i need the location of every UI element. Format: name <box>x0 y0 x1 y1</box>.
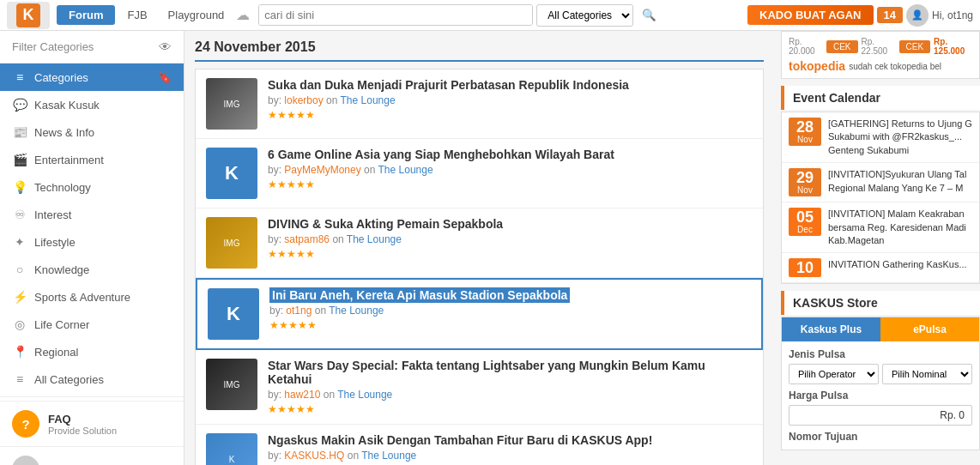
sidebar-item-life-corner[interactable]: ◎ Life Corner <box>0 311 184 338</box>
cek-button-2[interactable]: CEK <box>899 40 931 53</box>
post-title-link[interactable]: 6 Game Online Asia yang Siap Menghebohka… <box>268 148 614 161</box>
post-author[interactable]: haw210 <box>284 389 320 401</box>
post-meta: by: satpam86 on The Lounge <box>268 233 753 245</box>
post-forum[interactable]: The Lounge <box>378 164 433 176</box>
sidebar-item-label: Lifestyle <box>34 236 76 249</box>
sidebar-filter: Filter Categories 👁 <box>0 31 184 63</box>
sports-icon: ⚡ <box>12 290 27 304</box>
playground-link[interactable]: Playground <box>160 9 233 21</box>
cek-button-1[interactable]: CEK <box>826 40 858 53</box>
post-stars: ★★★★★ <box>268 109 753 121</box>
tab-kaskus-plus[interactable]: Kaskus Plus <box>782 317 880 341</box>
post-title-link[interactable]: Ini Baru Aneh, Kereta Api Masuk Stadion … <box>269 287 570 303</box>
post-list: IMG Suka dan Duka Menjadi Prajurit Perba… <box>195 69 764 465</box>
kado-banner[interactable]: KADO BUAT AGAN <box>747 5 873 25</box>
store-tabs: Kaskus Plus ePulsa <box>782 317 979 341</box>
post-author[interactable]: ot1ng <box>286 305 312 317</box>
post-title: DIVING & Suka Akting Pemain Sepakbola <box>268 217 753 231</box>
harga-value: Rp. 0 <box>789 405 972 426</box>
eye-icon: 👁 <box>159 39 172 54</box>
sidebar-item-kasak-kusuk[interactable]: 💬 Kasak Kusuk <box>0 91 184 118</box>
entertainment-icon: 🎬 <box>12 153 27 166</box>
bookmark-icon: 🔖 <box>158 71 172 84</box>
pilih-nominal-select[interactable]: Pilih Nominal <box>882 364 972 384</box>
faq-sub: Provide Solution <box>48 426 117 436</box>
tab-epulsa[interactable]: ePulsa <box>880 317 979 341</box>
post-thumbnail: K <box>208 288 259 340</box>
forum-button[interactable]: Forum <box>57 5 115 25</box>
logo-letter: K <box>16 3 40 27</box>
sidebar-item-lifestyle[interactable]: ✦ Lifestyle <box>0 228 184 256</box>
content-area: 24 November 2015 IMG Suka dan Duka Menja… <box>185 31 774 465</box>
fjb-link[interactable]: FJB <box>118 9 155 21</box>
help-icon: ? <box>12 456 39 465</box>
sidebar-item-entertainment[interactable]: 🎬 Entertainment <box>0 146 184 173</box>
knowledge-icon: ○ <box>12 263 27 276</box>
sidebar-item-label: Technology <box>34 181 91 194</box>
post-title-link[interactable]: DIVING & Suka Akting Pemain Sepakbola <box>268 217 503 231</box>
sidebar-item-categories[interactable]: ≡ Categories 🔖 <box>0 63 184 91</box>
news-icon: 📰 <box>12 125 27 139</box>
sidebar-help[interactable]: ? Help Center <box>0 446 184 465</box>
search-input[interactable] <box>259 5 532 25</box>
event-text: INVITATION Gathering KasKus... <box>828 258 967 271</box>
sidebar-item-all-categories[interactable]: ≡ All Categories <box>0 365 184 393</box>
sidebar-item-regional[interactable]: 📍 Regional <box>0 338 184 365</box>
search-box <box>258 4 533 26</box>
sidebar-item-label: Kasak Kusuk <box>34 99 100 112</box>
post-info: Ini Baru Aneh, Kereta Api Masuk Stadion … <box>269 288 751 331</box>
sidebar-item-label: Interest <box>34 208 71 221</box>
post-item: IMG Suka dan Duka Menjadi Prajurit Perba… <box>196 69 763 139</box>
post-meta: by: PayMeMyMoney on The Lounge <box>268 164 753 176</box>
post-item-highlighted: K Ini Baru Aneh, Kereta Api Masuk Stadio… <box>196 278 763 350</box>
post-author[interactable]: KASKUS.HQ <box>284 450 344 462</box>
nomor-tujuan-label: Nomor Tujuan <box>789 431 972 443</box>
allcat-icon: ≡ <box>12 372 27 386</box>
post-forum[interactable]: The Lounge <box>361 450 416 462</box>
logo[interactable]: K <box>7 2 50 29</box>
event-date-10: 10 <box>789 258 821 277</box>
post-stars: ★★★★★ <box>269 319 751 331</box>
post-title-link[interactable]: Suka dan Duka Menjadi Prajurit Perbatasa… <box>268 78 629 92</box>
post-forum[interactable]: The Lounge <box>337 389 392 401</box>
faq-info: FAQ Provide Solution <box>48 413 117 436</box>
categories-icon: ≡ <box>12 70 27 84</box>
notification-badge[interactable]: 14 <box>877 7 903 23</box>
faq-icon: ? <box>12 410 39 438</box>
sidebar-faq[interactable]: ? FAQ Provide Solution <box>0 401 184 446</box>
chat-icon: 💬 <box>12 98 27 112</box>
post-forum[interactable]: The Lounge <box>329 305 384 317</box>
post-author[interactable]: satpam86 <box>284 233 330 245</box>
sidebar-item-news-info[interactable]: 📰 News & Info <box>0 118 184 146</box>
post-author[interactable]: PayMeMyMoney <box>284 164 360 176</box>
post-item: IMG DIVING & Suka Akting Pemain Sepakbol… <box>196 208 763 278</box>
pilih-operator-select[interactable]: Pilih Operator <box>789 364 879 384</box>
tokopedia-sub: sudah cek tokopedia bel <box>849 62 941 71</box>
sidebar-item-technology[interactable]: 💡 Technology <box>0 173 184 201</box>
post-title-link[interactable]: Star Wars Day Special: Fakta tentang Lig… <box>268 359 705 386</box>
faq-label: FAQ <box>48 413 117 426</box>
user-greeting: Hi, ot1ng <box>932 9 973 21</box>
post-item: K 6 Game Online Asia yang Siap Mengheboh… <box>196 139 763 208</box>
post-forum[interactable]: The Lounge <box>347 233 402 245</box>
category-select[interactable]: All Categories <box>536 4 633 27</box>
kaskus-thumb: K <box>208 288 259 340</box>
post-meta: by: lokerboy on The Lounge <box>268 94 753 106</box>
sidebar-item-label: Categories <box>34 71 88 84</box>
search-button[interactable]: 🔍 <box>637 5 662 25</box>
sidebar-item-knowledge[interactable]: ○ Knowledge <box>0 256 184 283</box>
post-title-link[interactable]: Ngaskus Makin Asik Dengan Tambahan Fitur… <box>268 433 652 447</box>
event-text: [INVITATION] Malam Keakraban bersama Reg… <box>828 208 972 247</box>
sidebar-item-sports-adventure[interactable]: ⚡ Sports & Adventure <box>0 283 184 311</box>
post-title: Star Wars Day Special: Fakta tentang Lig… <box>268 359 753 386</box>
event-date-29: 29 Nov <box>789 168 821 196</box>
filter-label: Filter Categories <box>12 40 94 53</box>
interest-icon: ♾ <box>12 208 27 221</box>
post-author[interactable]: lokerboy <box>284 94 323 106</box>
sidebar-item-interest[interactable]: ♾ Interest <box>0 201 184 228</box>
top-navigation: K Forum FJB Playground ☁ All Categories … <box>0 0 980 31</box>
post-forum[interactable]: The Lounge <box>341 94 396 106</box>
sidebar-item-label: Life Corner <box>34 318 89 331</box>
lifecorner-icon: ◎ <box>12 317 27 331</box>
post-title: Ngaskus Makin Asik Dengan Tambahan Fitur… <box>268 433 753 447</box>
